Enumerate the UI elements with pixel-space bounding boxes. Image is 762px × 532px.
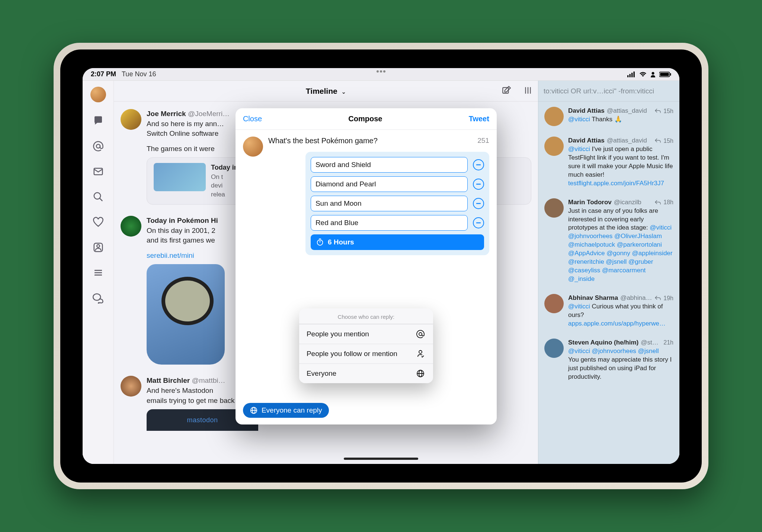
avatar xyxy=(121,216,141,237)
mention-item[interactable]: Marin Todorov @icanzilb 18h Just in case… xyxy=(538,193,679,289)
sidebar-translate[interactable] xyxy=(92,291,105,305)
person-check-icon xyxy=(415,349,426,358)
sidebar-mentions[interactable] xyxy=(92,140,105,153)
globe-icon xyxy=(250,406,258,414)
timer-icon xyxy=(316,238,324,246)
svg-point-4 xyxy=(652,72,654,74)
avatar xyxy=(544,137,564,156)
reply-option-follow[interactable]: People you follow or mention xyxy=(299,344,433,363)
ipad-bezel: 2:07 PM Tue Nov 16 xyxy=(60,49,702,483)
mentions-list[interactable]: David Attias @attias_david 15h @viticci … xyxy=(538,102,679,464)
svg-point-27 xyxy=(419,333,422,336)
poll-remove-button[interactable] xyxy=(473,198,484,209)
poll-option-input[interactable]: Sun and Moon xyxy=(311,196,468,211)
mention-item[interactable]: Steven Aquino (he/him) @st… 21h @viticci… xyxy=(538,333,679,387)
mention-link[interactable]: @viticci @johnvoorhees @OliverJHaslam @m… xyxy=(568,224,672,282)
sidebar-likes[interactable] xyxy=(92,215,105,229)
reply-popover-title: Choose who can reply: xyxy=(299,308,433,324)
mention-link[interactable]: @viticci @johnvoorhees @jsnell xyxy=(568,347,659,355)
status-date: Tue Nov 16 xyxy=(122,70,156,78)
svg-point-8 xyxy=(96,144,100,148)
mention-link[interactable]: @viticci xyxy=(568,116,590,123)
mention-item[interactable]: David Attias @attias_david 15h @viticci … xyxy=(538,131,679,193)
battery-icon xyxy=(659,71,671,77)
svg-rect-7 xyxy=(670,73,671,75)
compose-modal: Close Compose Tweet What's the best Poké… xyxy=(236,108,497,424)
tweet-link[interactable]: serebii.net/mini xyxy=(147,251,194,259)
at-icon xyxy=(415,330,426,339)
sidebar-profile[interactable] xyxy=(92,241,105,254)
mention-link[interactable]: testflight.apple.com/join/FA5Hr3J7 xyxy=(568,180,664,187)
poll-box: Sword and Shield Diamond and Pearl Sun a… xyxy=(305,152,489,255)
svg-rect-1 xyxy=(630,74,631,77)
columns-icon[interactable] xyxy=(523,86,533,97)
avatar xyxy=(544,198,564,218)
reply-icon xyxy=(654,138,661,143)
svg-point-28 xyxy=(419,350,422,353)
reply-scope-button[interactable]: Everyone can reply xyxy=(243,403,329,418)
poll-option-input[interactable]: Diamond and Pearl xyxy=(311,176,468,192)
sidebar-lists[interactable] xyxy=(92,266,105,279)
timeline-title[interactable]: Timeline ⌄ xyxy=(306,87,346,96)
poll-option-input[interactable]: Sword and Shield xyxy=(311,157,468,173)
account-avatar[interactable] xyxy=(90,87,106,102)
timeline-header: Timeline ⌄ xyxy=(114,81,538,102)
home-indicator[interactable] xyxy=(344,458,418,460)
reply-icon xyxy=(654,200,661,205)
multitask-pill[interactable] xyxy=(377,70,385,73)
mention-item[interactable]: Abhinav Sharma @abhina… 19h @viticci Cur… xyxy=(538,289,679,333)
mention-item[interactable]: David Attias @attias_david 15h @viticci … xyxy=(538,102,679,131)
svg-rect-3 xyxy=(634,71,635,77)
ipad-frame: 2:07 PM Tue Nov 16 xyxy=(54,43,708,489)
poll-remove-button[interactable] xyxy=(473,217,484,228)
avatar xyxy=(544,294,564,313)
pokemon-mini-image xyxy=(147,264,225,365)
close-button[interactable]: Close xyxy=(243,115,262,123)
status-bar: 2:07 PM Tue Nov 16 xyxy=(83,68,679,81)
svg-point-13 xyxy=(97,245,100,248)
mention-link[interactable]: apps.apple.com/us/app/hyperwe… xyxy=(568,320,666,327)
svg-rect-2 xyxy=(631,73,633,77)
compose-title: Compose xyxy=(348,115,382,123)
compose-text[interactable]: What's the best Pokémon game? xyxy=(268,137,477,145)
signal-icon xyxy=(627,71,635,77)
reply-icon xyxy=(654,108,661,113)
compose-avatar xyxy=(243,137,263,157)
svg-rect-6 xyxy=(660,73,669,76)
svg-point-10 xyxy=(94,193,100,199)
chevron-down-icon: ⌄ xyxy=(341,89,346,95)
reply-icon xyxy=(654,295,661,301)
user-icon xyxy=(650,71,656,77)
compose-icon[interactable] xyxy=(502,86,511,97)
mention-link[interactable]: @viticci xyxy=(568,303,590,310)
status-icons xyxy=(627,71,671,77)
svg-rect-0 xyxy=(627,75,628,77)
avatar xyxy=(121,109,141,130)
sidebar xyxy=(83,81,114,464)
sidebar-home[interactable] xyxy=(92,114,105,128)
status-time: 2:07 PM xyxy=(91,70,116,78)
avatar xyxy=(544,107,564,126)
wifi-icon xyxy=(639,71,647,77)
compose-header: Close Compose Tweet xyxy=(236,108,497,130)
globe-icon xyxy=(415,369,426,378)
sidebar-search[interactable] xyxy=(92,190,105,203)
reply-popover: Choose who can reply: People you mention… xyxy=(299,308,433,383)
mentions-column: to:viticci OR url:v…icci" -from:viticci … xyxy=(538,81,679,464)
reply-option-mention[interactable]: People you mention xyxy=(299,324,433,344)
avatar xyxy=(544,339,564,358)
ipad-screen: 2:07 PM Tue Nov 16 xyxy=(83,68,679,464)
svg-line-11 xyxy=(99,198,102,201)
tweet-button[interactable]: Tweet xyxy=(469,115,489,123)
poll-duration-button[interactable]: 6 Hours xyxy=(311,234,484,250)
sidebar-messages[interactable] xyxy=(92,165,105,178)
reply-option-everyone[interactable]: Everyone xyxy=(299,363,433,383)
poll-option-input[interactable]: Red and Blue xyxy=(311,215,468,231)
avatar xyxy=(121,376,141,397)
poll-remove-button[interactable] xyxy=(473,179,484,190)
search-query[interactable]: to:viticci OR url:v…icci" -from:viticci xyxy=(538,81,679,102)
card-thumbnail xyxy=(154,163,206,191)
mention-link[interactable]: @viticci xyxy=(568,145,590,153)
poll-remove-button[interactable] xyxy=(473,159,484,170)
char-count: 251 xyxy=(477,137,489,145)
